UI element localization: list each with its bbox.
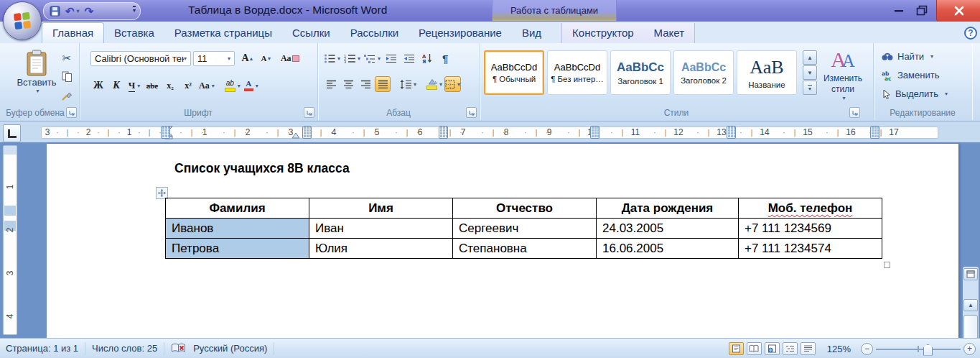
- cell-birthdate-2[interactable]: 16.06.2005: [597, 239, 739, 259]
- change-styles-button[interactable]: АА Изменить стили ▾: [816, 47, 870, 116]
- tab-view[interactable]: Вид: [512, 23, 551, 43]
- minimize-button[interactable]: [890, 4, 907, 17]
- table-resize-handle[interactable]: [884, 262, 890, 268]
- change-case-button[interactable]: Aa▾: [198, 78, 215, 93]
- view-fullscreen-reading-icon[interactable]: [747, 342, 762, 355]
- tab-references[interactable]: Ссылки: [282, 23, 340, 43]
- save-icon[interactable]: [50, 5, 60, 18]
- scroll-up-icon[interactable]: ▲: [963, 299, 978, 311]
- font-name-combo[interactable]: Calibri (Основной тек▾: [90, 51, 191, 66]
- align-left-button[interactable]: [323, 76, 339, 92]
- document-page[interactable]: Список учащихся 8В класса Фамилия Имя От…: [47, 144, 958, 338]
- view-web-layout-icon[interactable]: [765, 342, 780, 355]
- cut-icon[interactable]: ✂: [59, 50, 75, 66]
- zoom-slider[interactable]: [876, 343, 961, 355]
- italic-button[interactable]: К: [108, 78, 124, 93]
- clipboard-dialog-launcher[interactable]: [66, 107, 77, 118]
- increase-indent-button[interactable]: [401, 50, 417, 66]
- tab-insert[interactable]: Вставка: [104, 23, 164, 43]
- zoom-in-button[interactable]: +: [963, 343, 976, 355]
- strikethrough-button[interactable]: abe: [144, 78, 160, 93]
- table-column-marker[interactable]: [439, 126, 448, 139]
- zoom-level[interactable]: 125%: [827, 344, 851, 354]
- tab-mailings[interactable]: Рассылки: [340, 23, 409, 43]
- line-spacing-button[interactable]: ▾: [399, 76, 417, 92]
- grow-font-button[interactable]: А▲: [240, 50, 256, 66]
- shrink-font-button[interactable]: А▼: [258, 50, 274, 66]
- office-button[interactable]: [3, 1, 42, 40]
- paste-button[interactable]: Вставить ▾: [16, 49, 57, 114]
- find-button[interactable]: Найти▾: [882, 51, 933, 62]
- style-normal[interactable]: AaBbCcDd ¶ Обычный: [484, 50, 544, 95]
- tab-table-design[interactable]: Конструктор: [562, 23, 644, 43]
- table-row-marker[interactable]: [4, 206, 16, 216]
- copy-icon[interactable]: [59, 69, 75, 85]
- select-button[interactable]: Выделить▾: [882, 88, 948, 99]
- styles-dialog-launcher[interactable]: [849, 107, 860, 118]
- document-heading[interactable]: Список учащихся 8В класса: [174, 161, 350, 176]
- word-count[interactable]: Число слов: 25: [92, 343, 157, 354]
- header-patronymic[interactable]: Отчество: [453, 198, 597, 219]
- restore-button[interactable]: [913, 3, 931, 18]
- view-print-layout-icon[interactable]: [729, 342, 744, 355]
- font-dialog-launcher[interactable]: [304, 107, 314, 118]
- clear-formatting-button[interactable]: Аа: [280, 50, 300, 66]
- table-column-marker[interactable]: [161, 126, 170, 139]
- redo-icon[interactable]: ↷: [85, 5, 94, 18]
- subscript-button[interactable]: x₂: [162, 78, 178, 93]
- bold-button[interactable]: Ж: [90, 78, 106, 93]
- sort-button[interactable]: АЯ: [419, 50, 435, 66]
- replace-button[interactable]: abac Заменить: [882, 70, 939, 81]
- cell-surname-1[interactable]: Иванов: [166, 219, 309, 239]
- style-no-spacing[interactable]: AaBbCcDd ¶ Без интер…: [547, 50, 607, 95]
- cell-patronymic-1[interactable]: Сергеевич: [453, 219, 597, 239]
- styles-more-icon[interactable]: ▼: [803, 81, 817, 95]
- table-column-marker[interactable]: [727, 126, 736, 139]
- show-paragraph-marks-button[interactable]: ¶: [437, 50, 453, 66]
- style-heading2[interactable]: AaBbCc Заголовок 2: [673, 50, 734, 95]
- zoom-out-button[interactable]: −: [861, 343, 873, 355]
- numbering-button[interactable]: 123▾: [343, 50, 361, 66]
- paragraph-dialog-launcher[interactable]: [466, 107, 477, 118]
- cell-patronymic-2[interactable]: Степановна: [453, 239, 597, 259]
- align-center-button[interactable]: [340, 76, 356, 92]
- view-outline-icon[interactable]: [783, 342, 798, 355]
- undo-dropdown-arrow[interactable]: ▾: [77, 8, 80, 14]
- decrease-indent-button[interactable]: [383, 50, 399, 66]
- undo-icon[interactable]: ↶▾: [65, 5, 80, 18]
- header-firstname[interactable]: Имя: [309, 198, 453, 219]
- font-color-button[interactable]: А▾: [243, 78, 259, 93]
- font-size-combo[interactable]: 11▾: [193, 51, 235, 66]
- tab-home[interactable]: Главная: [42, 22, 104, 43]
- multilevel-list-button[interactable]: ▾: [363, 50, 381, 66]
- cell-phone-2[interactable]: +7 111 1234574: [739, 239, 882, 259]
- help-button[interactable]: ?: [964, 27, 977, 40]
- cell-firstname-1[interactable]: Иван: [309, 219, 453, 239]
- header-surname[interactable]: Фамилия: [166, 198, 309, 219]
- cell-phone-1[interactable]: +7 111 1234569: [739, 219, 882, 239]
- justify-button[interactable]: [375, 76, 391, 92]
- format-painter-icon[interactable]: [59, 88, 75, 104]
- shading-button[interactable]: ▾: [426, 76, 443, 92]
- page-indicator[interactable]: Страница: 1 из 1: [6, 343, 78, 354]
- paste-dropdown-arrow[interactable]: ▾: [36, 88, 39, 94]
- tab-table-layout[interactable]: Макет: [644, 23, 694, 43]
- customize-qat-icon[interactable]: ▾: [133, 6, 136, 14]
- style-heading1[interactable]: AaBbCc Заголовок 1: [610, 50, 671, 95]
- language-indicator[interactable]: Русский (Россия): [193, 343, 267, 354]
- table-column-marker[interactable]: [870, 126, 879, 139]
- header-birthdate[interactable]: Дата рождения: [597, 198, 739, 219]
- close-button[interactable]: [936, 0, 980, 22]
- superscript-button[interactable]: x²: [180, 78, 196, 93]
- tab-stop-selector[interactable]: [3, 124, 21, 142]
- styles-scroll-down-icon[interactable]: ▼: [803, 65, 817, 80]
- tab-page-layout[interactable]: Разметка страницы: [164, 23, 282, 43]
- align-right-button[interactable]: [358, 76, 373, 92]
- highlight-button[interactable]: ab▾: [224, 78, 241, 93]
- spellcheck-icon[interactable]: [171, 343, 186, 354]
- students-table[interactable]: Фамилия Имя Отчество Дата рождения Моб. …: [165, 198, 882, 259]
- view-draft-icon[interactable]: [801, 342, 816, 355]
- bullets-button[interactable]: ▾: [323, 50, 341, 66]
- table-column-marker[interactable]: [302, 126, 312, 139]
- underline-button[interactable]: Ч▾: [126, 78, 142, 93]
